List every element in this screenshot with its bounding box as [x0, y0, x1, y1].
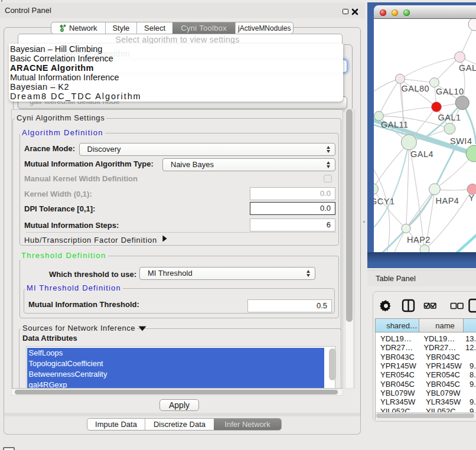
svg-text:Y: Y: [469, 193, 475, 203]
svg-text:GAL10: GAL10: [436, 87, 464, 96]
svg-text:HAP4: HAP4: [436, 196, 459, 206]
svg-text:GAL80: GAL80: [402, 84, 430, 93]
svg-text:GCY1: GCY1: [374, 197, 395, 206]
svg-text:GAL1: GAL1: [438, 113, 461, 122]
svg-text:GAL4: GAL4: [410, 149, 433, 159]
svg-text:GAL: GAL: [459, 63, 476, 73]
svg-text:HAP2: HAP2: [407, 235, 431, 244]
svg-text:SWI4: SWI4: [450, 136, 472, 146]
svg-text:GAL11: GAL11: [381, 120, 409, 129]
